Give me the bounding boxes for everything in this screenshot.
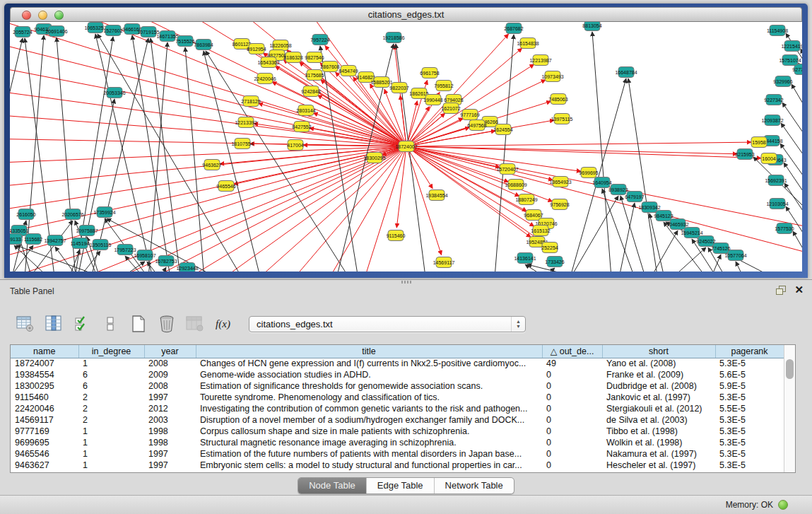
table-cell[interactable]: 2008 <box>144 380 196 392</box>
column-header-pagerank[interactable]: pagerank <box>715 345 784 358</box>
table-cell[interactable]: 6 <box>78 380 144 392</box>
table-cell[interactable]: 19384554 <box>11 369 78 380</box>
table-cell[interactable]: 0 <box>542 448 602 460</box>
column-header-short[interactable]: short <box>602 345 715 358</box>
table-cell[interactable]: 5.3E-5 <box>715 392 784 403</box>
column-header-title[interactable]: title <box>196 345 542 358</box>
float-panel-icon[interactable] <box>776 286 786 295</box>
table-cell[interactable]: Tourette syndrome. Phenomenology and cla… <box>196 392 542 403</box>
table-cell[interactable]: 0 <box>542 426 602 437</box>
column-header-year[interactable]: year <box>144 345 196 358</box>
table-cell[interactable]: 1997 <box>144 392 196 403</box>
table-row[interactable]: 946554611997Estimation of the future num… <box>11 448 784 460</box>
table-row[interactable]: 1872400712008Changes of HCN gene express… <box>11 358 784 369</box>
table-cell[interactable]: Embryonic stem cells: a model to study s… <box>196 460 542 471</box>
row-height-icon[interactable] <box>100 315 119 333</box>
table-cell[interactable]: Franke et al. (2009) <box>602 369 715 380</box>
table-cell[interactable]: 5.6E-5 <box>715 369 784 380</box>
network-window-titlebar[interactable]: citations_edges.txt <box>10 7 802 22</box>
table-cell[interactable]: Investigating the contribution of common… <box>196 403 542 414</box>
column-header-out_de[interactable]: △ out_de... <box>542 345 602 358</box>
close-panel-icon[interactable]: ✕ <box>794 285 804 295</box>
table-cell[interactable]: Disruption of a novel member of a sodium… <box>196 414 542 426</box>
table-row[interactable]: 946362711997Embryonic stem cells: a mode… <box>11 460 784 471</box>
table-cell[interactable]: Nakamura et al. (1997) <box>602 448 715 460</box>
table-cell[interactable]: 2003 <box>144 414 196 426</box>
tab-edge-table[interactable]: Edge Table <box>367 478 435 493</box>
table-cell[interactable]: 0 <box>542 414 602 426</box>
table-cell[interactable]: 0 <box>542 380 602 392</box>
table-cell[interactable]: 5.3E-5 <box>715 460 784 471</box>
table-cell[interactable]: Hescheler et al. (1997) <box>602 460 715 471</box>
table-cell[interactable]: 9465546 <box>11 448 78 460</box>
table-cell[interactable]: 1997 <box>144 448 196 460</box>
table-cell[interactable]: 1998 <box>144 426 196 437</box>
select-all-columns-icon[interactable] <box>72 315 91 333</box>
table-cell[interactable]: Estimation of the future numbers of pati… <box>196 448 542 460</box>
table-cell[interactable]: 2009 <box>144 369 196 380</box>
minimize-window-button[interactable] <box>38 11 47 20</box>
column-header-in_degree[interactable]: in_degree <box>78 345 144 358</box>
table-row[interactable]: 1830029562008Estimation of significance … <box>11 380 784 392</box>
table-row[interactable]: 1456911722003Disruption of a novel membe… <box>11 414 784 426</box>
table-cell[interactable]: Wolkin et al. (1998) <box>602 437 715 448</box>
table-cell[interactable]: 1998 <box>144 437 196 448</box>
tab-network-table[interactable]: Network Table <box>435 478 514 493</box>
table-cell[interactable]: 1997 <box>144 460 196 471</box>
table-cell[interactable]: 2008 <box>144 358 196 369</box>
network-canvas[interactable]: 2055724904633020691406106532571527602946… <box>10 22 802 271</box>
table-cell[interactable]: 2 <box>78 392 144 403</box>
zoom-window-button[interactable] <box>54 11 64 20</box>
table-cell[interactable]: Changes of HCN gene expression and I(f) … <box>196 358 542 369</box>
table-mode-icon[interactable] <box>16 315 35 333</box>
table-cell[interactable]: 1 <box>78 460 144 471</box>
citation-network-graph[interactable]: 2055724904633020691406106532571527602946… <box>10 22 802 271</box>
table-scrollbar[interactable] <box>784 345 795 472</box>
table-cell[interactable]: 1 <box>78 358 144 369</box>
table-cell[interactable]: 5.3E-5 <box>715 426 784 437</box>
table-cell[interactable]: 2012 <box>144 403 196 414</box>
table-cell[interactable]: 1 <box>78 437 144 448</box>
table-selector[interactable]: citations_edges.txt ▲▼ <box>249 316 526 332</box>
table-cell[interactable]: 5.3E-5 <box>715 437 784 448</box>
show-columns-icon[interactable] <box>44 315 63 333</box>
table-cell[interactable]: 18724007 <box>11 358 78 369</box>
table-cell[interactable]: 5.9E-5 <box>715 380 784 392</box>
function-builder-icon[interactable]: f(x) <box>213 315 233 333</box>
table-cell[interactable]: 5.3E-5 <box>715 414 784 426</box>
new-table-icon[interactable] <box>129 315 148 333</box>
table-cell[interactable]: 6 <box>78 369 144 380</box>
table-cell[interactable]: 22420046 <box>11 403 78 414</box>
table-cell[interactable]: 18300295 <box>11 380 78 392</box>
table-cell[interactable]: Estimation of significance thresholds fo… <box>196 380 542 392</box>
column-header-name[interactable]: name <box>11 345 78 358</box>
table-cell[interactable]: 9777169 <box>11 426 78 437</box>
table-row[interactable]: 969969511998Structural magnetic resonanc… <box>11 437 784 448</box>
table-cell[interactable]: Dudbridge et al. (2008) <box>602 380 715 392</box>
table-cell[interactable]: 49 <box>542 358 602 369</box>
table-cell[interactable]: 9463627 <box>11 460 78 471</box>
table-cell[interactable]: 9699695 <box>11 437 78 448</box>
scrollbar-thumb[interactable] <box>786 359 794 379</box>
delete-table-icon[interactable] <box>157 315 176 333</box>
table-row[interactable]: 911546021997Tourette syndrome. Phenomeno… <box>11 392 784 403</box>
table-cell[interactable]: 1 <box>78 448 144 460</box>
table-row[interactable]: 2242004622012Investigating the contribut… <box>11 403 784 414</box>
table-cell[interactable]: Stergiakouli et al. (2012) <box>602 403 715 414</box>
table-cell[interactable]: 0 <box>542 392 602 403</box>
table-cell[interactable]: Corpus callosum shape and size in male p… <box>196 426 542 437</box>
table-cell[interactable]: Structural magnetic resonance image aver… <box>196 437 542 448</box>
table-cell[interactable]: Genome-wide association studies in ADHD. <box>196 369 542 380</box>
table-cell[interactable]: 0 <box>542 437 602 448</box>
close-window-button[interactable] <box>22 11 31 20</box>
table-row[interactable]: 977716911998Corpus callosum shape and si… <box>11 426 784 437</box>
table-cell[interactable]: Jankovic et al. (1997) <box>602 392 715 403</box>
table-row[interactable]: 1938455462009Genome-wide association stu… <box>11 369 784 380</box>
table-cell[interactable]: 1 <box>78 426 144 437</box>
table-cell[interactable]: Yano et al. (2008) <box>602 358 715 369</box>
table-cell[interactable]: 14569117 <box>11 414 78 426</box>
table-cell[interactable]: 5.3E-5 <box>715 358 784 369</box>
table-cell[interactable]: 2 <box>78 414 144 426</box>
table-cell[interactable]: de Silva et al. (2003) <box>602 414 715 426</box>
table-cell[interactable]: 0 <box>542 403 602 414</box>
